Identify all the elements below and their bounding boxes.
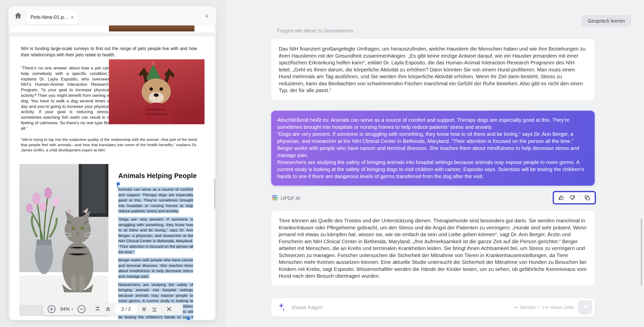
shift-enter-key-icon: ⇧↵: [541, 305, 549, 310]
highlight-paragraph: Berger works with people who have cancer…: [118, 257, 193, 279]
previous-page-button[interactable]: [105, 306, 111, 312]
zoom-out-button[interactable]: [77, 305, 86, 313]
ai-message: Das NIH finanziert großangelegte Umfrage…: [271, 39, 595, 100]
next-page-button[interactable]: [141, 306, 147, 312]
page1-photo-edge: [109, 25, 194, 31]
first-page-button[interactable]: [95, 306, 101, 312]
highlighted-text-block: Animals can serve as a source of comfort…: [118, 187, 193, 320]
hint-separator: /: [538, 305, 539, 310]
document-tab[interactable]: Pets-New-01.p... ×: [26, 10, 78, 24]
zoom-in-button[interactable]: [47, 305, 56, 313]
toolbar-divider: [90, 306, 90, 312]
pdf-viewport[interactable]: NIH is funding large-scale surveys to fi…: [8, 25, 216, 320]
pdf-paragraph-intro: NIH is funding large-scale surveys to fi…: [21, 46, 197, 58]
pdf-paragraph-esposito-quote: “There’s no one answer about how a pet c…: [21, 65, 109, 131]
updf-ai-logo-icon: [271, 194, 278, 202]
pdf-viewer-card: Pets-New-01.p... × + NIH is funding larg…: [8, 6, 216, 320]
home-button[interactable]: [14, 12, 22, 20]
newline-hint-label: Neue Zeile: [551, 305, 574, 310]
pdf-page-1-bottom: [10, 25, 215, 32]
pdf-scrollbar-thumb[interactable]: [214, 179, 216, 209]
last-page-button[interactable]: [151, 306, 157, 312]
paper-plane-icon: [582, 303, 589, 311]
highlight-paragraph: “Dogs are very present. If someone is st…: [118, 217, 193, 255]
highlight-paragraph: Animals can serve as a source of comfort…: [118, 187, 193, 214]
home-icon: [14, 12, 22, 20]
chat-input-bar: ↵ Senden / ⇧↵ Neue Zeile: [271, 298, 595, 317]
ai-message: Tiere können als Quelle des Trostes und …: [271, 211, 595, 286]
ai-sparkle-icon: [278, 302, 286, 312]
pdf-paragraph-griffin-quote: “We’re trying to tap into the subjective…: [21, 137, 197, 153]
pdf-page-2: NIH is funding large-scale surveys to fi…: [10, 36, 215, 320]
send-hint-label: Senden: [520, 305, 536, 310]
pdf-section-heading: Animals Helping People: [118, 172, 199, 180]
assistant-name: UPDF AI: [281, 195, 300, 201]
ai-chat-pane: Gespräch leeren Fragen wie diese zu bean…: [226, 0, 644, 327]
updf-app: Pets-New-01.p... × + NIH is funding larg…: [0, 0, 644, 327]
enter-key-icon: ↵: [514, 305, 518, 310]
send-button[interactable]: [578, 300, 592, 314]
assistant-header: UPDF AI: [271, 194, 300, 202]
close-tab-icon[interactable]: ×: [71, 15, 74, 20]
pdf-pane: Pets-New-01.p... × + NIH is funding larg…: [0, 0, 226, 327]
dog-photo: [109, 59, 205, 124]
reaction-toolbar-highlighted: [553, 191, 596, 205]
cat-photo: [19, 164, 108, 316]
page-indicator[interactable]: 2 / 2: [115, 305, 137, 314]
selection-end-handle[interactable]: [187, 317, 190, 320]
reaction-divider: [580, 194, 580, 201]
clear-conversation-button[interactable]: Gespräch leeren: [581, 15, 631, 27]
quoted-selection-message: Abschließend heißt es: Animals can serve…: [271, 111, 595, 186]
chevron-down-icon: ▾: [71, 307, 73, 311]
chat-scrollbar-thumb[interactable]: [641, 219, 642, 285]
zoom-level-dropdown[interactable]: 94% ▾: [60, 306, 73, 312]
thumbs-up-button[interactable]: [558, 194, 565, 201]
copy-button[interactable]: [584, 194, 590, 201]
add-tab-button[interactable]: +: [202, 11, 212, 21]
scrolled-message-tail: Fragen wie diese zu beantworten.: [277, 28, 354, 34]
pdf-page-toolbar: 94% ▾ 2 / 2: [43, 303, 183, 315]
tab-bar: Pets-New-01.p... × +: [8, 6, 216, 25]
tab-title: Pets-New-01.p...: [30, 14, 68, 20]
thumbs-down-button[interactable]: [569, 194, 575, 201]
close-toolbar-button[interactable]: [166, 306, 172, 312]
keyboard-hint: ↵ Senden / ⇧↵ Neue Zeile: [514, 305, 574, 310]
toolbar-divider: [162, 306, 162, 312]
chat-input[interactable]: [292, 304, 514, 310]
zoom-level-value: 94%: [60, 306, 70, 312]
